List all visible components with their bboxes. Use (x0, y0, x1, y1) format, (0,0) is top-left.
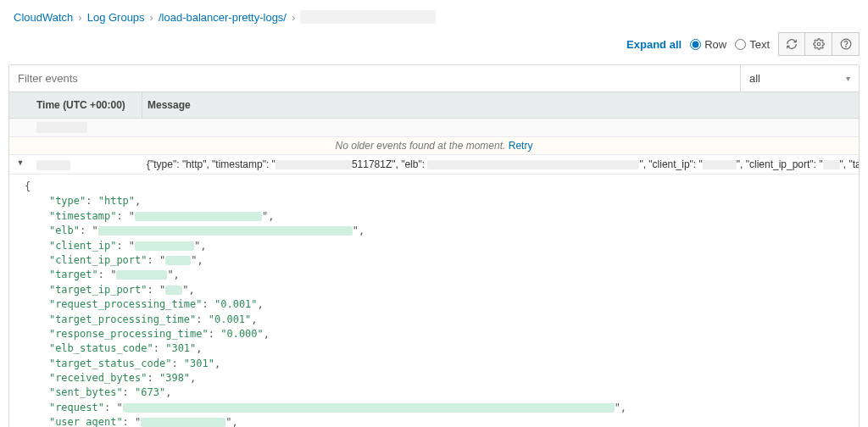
event-time (31, 155, 142, 174)
svg-point-2 (845, 47, 846, 47)
breadcrumb-stream-redacted (300, 10, 436, 24)
expand-caret-icon[interactable]: ▼ (9, 155, 31, 167)
no-older-events-banner: No older events found at the moment. Ret… (9, 137, 859, 155)
log-events-panel: all Time (UTC +00:00) Message No older e… (8, 64, 860, 427)
view-text-radio-input[interactable] (735, 39, 746, 50)
filter-scope-select[interactable]: all (740, 65, 859, 92)
redacted-value (823, 160, 840, 169)
view-row-radio[interactable]: Row (690, 38, 726, 51)
refresh-button[interactable] (778, 32, 805, 56)
svg-point-0 (817, 42, 821, 46)
view-toolbar: Expand all Row Text (0, 27, 868, 64)
redacted-time (36, 122, 87, 133)
filter-scope-value: all (749, 72, 760, 85)
view-row-radio-input[interactable] (690, 39, 701, 50)
view-row-label: Row (704, 38, 726, 51)
refresh-icon (786, 38, 798, 50)
help-button[interactable] (832, 32, 860, 56)
redacted-value (141, 418, 225, 427)
breadcrumb-log-groups[interactable]: Log Groups (87, 11, 145, 24)
redacted-time (36, 160, 70, 170)
redacted-value (165, 256, 191, 265)
redacted-value (427, 160, 639, 169)
table-row[interactable]: ▼ {"type": "http", "timestamp": "511781Z… (9, 155, 859, 175)
redacted-value (116, 270, 167, 280)
chevron-right-icon: › (78, 11, 81, 24)
col-header-message[interactable]: Message (142, 92, 859, 118)
redacted-value (703, 160, 737, 169)
chevron-right-icon: › (150, 11, 153, 24)
filter-row: all (9, 65, 859, 92)
redacted-value (275, 160, 352, 169)
redacted-value (135, 212, 262, 221)
redacted-value (165, 286, 182, 295)
expand-all-button[interactable]: Expand all (626, 38, 682, 51)
chevron-right-icon: › (292, 11, 295, 24)
view-text-radio[interactable]: Text (735, 38, 770, 51)
settings-button[interactable] (805, 32, 832, 56)
redacted-value (123, 403, 615, 413)
table-header: Time (UTC +00:00) Message (9, 92, 859, 119)
retry-link[interactable]: Retry (509, 140, 533, 152)
no-older-events-text: No older events found at the moment. (336, 140, 506, 152)
view-text-label: Text (749, 38, 770, 51)
breadcrumb: CloudWatch › Log Groups › /load-balancer… (0, 0, 868, 27)
filter-events-input[interactable] (9, 65, 740, 92)
event-json-expanded: { "type": "http", "timestamp": "", "elb"… (9, 175, 859, 427)
gear-icon (813, 38, 825, 50)
table-row (9, 119, 859, 137)
event-message-preview: {"type": "http", "timestamp": "511781Z",… (142, 155, 859, 174)
redacted-value (135, 241, 194, 251)
breadcrumb-cloudwatch[interactable]: CloudWatch (14, 11, 73, 24)
col-header-time[interactable]: Time (UTC +00:00) (31, 92, 142, 118)
breadcrumb-log-group-name[interactable]: /load-balancer-pretty-logs/ (159, 11, 287, 24)
redacted-value (98, 226, 353, 236)
help-icon (840, 38, 852, 50)
